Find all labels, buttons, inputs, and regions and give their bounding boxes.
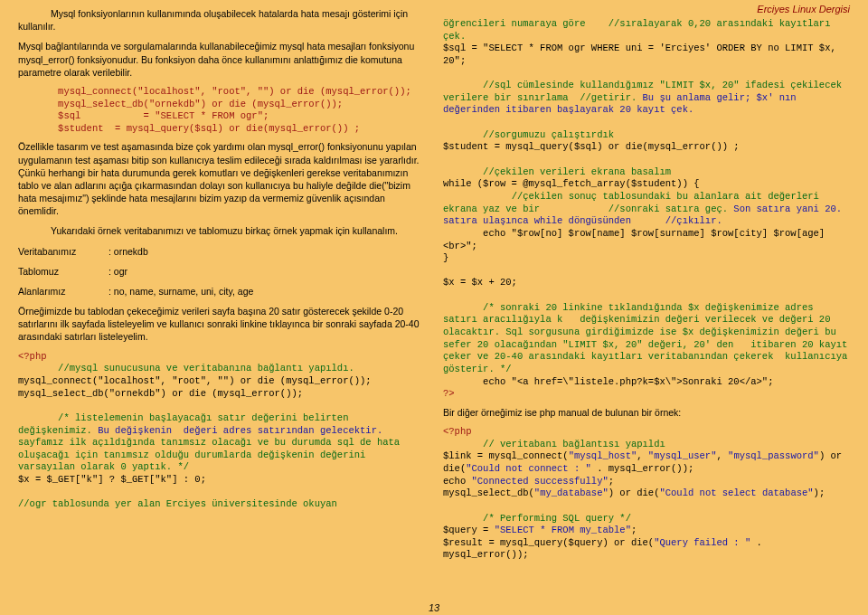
para-example-intro: Yukarıdaki örnek veritabanımızı ve tablo…: [18, 224, 425, 237]
code-block-2: <?php //mysql sunucusuna ve veritabanına…: [18, 351, 425, 511]
para-example-desc: Örneğimizde bu tablodan çekeceğimiz veri…: [18, 305, 425, 344]
para-other-example: Bir diğer örneğimiz ise php manual de bu…: [443, 406, 850, 419]
code-block-3: <?php // veritabanı bağlantısı yapıldı $…: [443, 426, 850, 562]
para-explain-1: Özellikle tasarım ve test aşamasında biz…: [18, 140, 425, 217]
page-number: 13: [429, 602, 439, 613]
right-column: öğrencileri numaraya göre //sıralayarak …: [443, 7, 850, 567]
left-column: Mysql fonksiyonlarının kullanımında oluş…: [18, 7, 425, 567]
para-intro-1: Mysql fonksiyonlarının kullanımında oluş…: [18, 7, 425, 33]
fields-row: Alanlarımız: no, name, surname, uni, cit…: [18, 285, 425, 298]
table-row-info: Tablomuz: ogr: [18, 265, 425, 278]
db-row: Veritabanımız: ornekdb: [18, 245, 425, 258]
code-block-2-cont: öğrencileri numaraya göre //sıralayarak …: [443, 18, 850, 401]
para-intro-2: Mysql bağlantılarında ve sorgulamalarınd…: [18, 40, 425, 79]
code-block-1: mysql_connect("localhost", "root", "") o…: [18, 86, 425, 136]
page-content: Mysql fonksiyonlarının kullanımında oluş…: [0, 0, 868, 567]
